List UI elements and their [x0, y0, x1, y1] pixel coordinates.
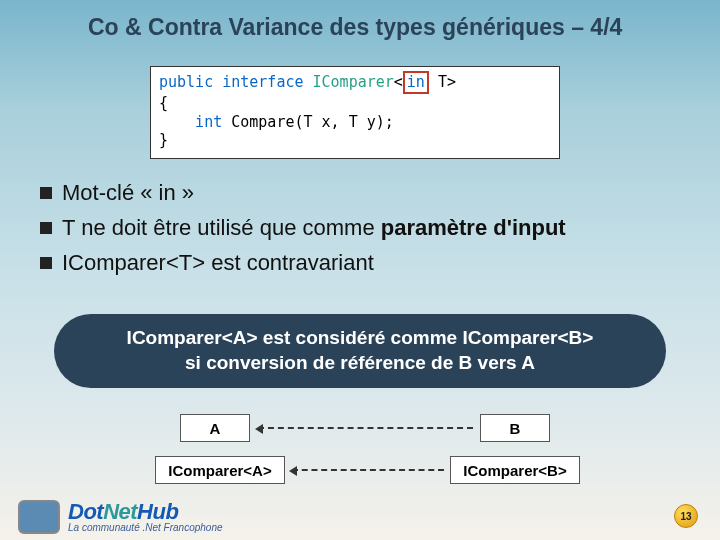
- callout-text: si conversion de référence de: [185, 352, 459, 373]
- code-text: <: [394, 73, 403, 91]
- code-highlight-in: in: [403, 71, 429, 94]
- code-type: IComparer: [304, 73, 394, 91]
- page-number-badge: 13: [674, 504, 698, 528]
- callout-text: B vers A: [459, 352, 535, 373]
- diagram-box-icomparer-b: IComparer<B>: [450, 456, 580, 484]
- code-line-1: public interface IComparer<in T>: [159, 71, 551, 94]
- code-line-3: int Compare(T x, T y);: [159, 113, 551, 132]
- logo-name: DotNetHub: [68, 501, 223, 523]
- callout-line-1: IComparer<A> est considéré comme ICompar…: [54, 326, 666, 351]
- diagram-box-b: B: [480, 414, 550, 442]
- diagram-box-a: A: [180, 414, 250, 442]
- arrow-icon: [258, 427, 473, 429]
- callout-text: IComparer<B>: [462, 327, 593, 348]
- diagram-box-icomparer-a: IComparer<A>: [155, 456, 285, 484]
- callout-text: est considéré comme: [258, 327, 463, 348]
- logo-part: Dot: [68, 499, 103, 524]
- code-text: T>: [429, 73, 456, 91]
- logo-tagline: La communauté .Net Francophone: [68, 523, 223, 533]
- bullet-text: T ne doit être utilisé que comme: [62, 215, 381, 240]
- callout-box: IComparer<A> est considéré comme ICompar…: [54, 314, 666, 388]
- bullet-icon: [40, 187, 52, 199]
- bullet-item: T ne doit être utilisé que comme paramèt…: [40, 213, 680, 244]
- logo-part: Net: [103, 499, 137, 524]
- bullet-list: Mot-clé « in » T ne doit être utilisé qu…: [40, 178, 680, 282]
- bullet-item: Mot-clé « in »: [40, 178, 680, 209]
- code-line-2: {: [159, 94, 551, 113]
- code-snippet: public interface IComparer<in T> { int C…: [150, 66, 560, 159]
- code-keyword: public interface: [159, 73, 304, 91]
- callout-line-2: si conversion de référence de B vers A: [54, 351, 666, 376]
- logo-text: DotNetHub La communauté .Net Francophone: [68, 501, 223, 533]
- bullet-icon: [40, 257, 52, 269]
- bullet-text: IComparer<T> est contravariant: [62, 250, 374, 275]
- slide-title: Co & Contra Variance des types générique…: [88, 14, 622, 41]
- logo-part: Hub: [137, 499, 178, 524]
- code-text: Compare(T x, T y);: [222, 113, 394, 131]
- callout-text: IComparer<A>: [127, 327, 258, 348]
- bullet-icon: [40, 222, 52, 234]
- bullet-item: IComparer<T> est contravariant: [40, 248, 680, 279]
- logo-badge-icon: [18, 500, 60, 534]
- code-line-4: }: [159, 131, 551, 150]
- footer-logo: DotNetHub La communauté .Net Francophone: [18, 500, 223, 534]
- bullet-text: Mot-clé « in »: [62, 180, 194, 205]
- arrow-icon: [292, 469, 444, 471]
- code-keyword: int: [159, 113, 222, 131]
- bullet-text-bold: paramètre d'input: [381, 215, 566, 240]
